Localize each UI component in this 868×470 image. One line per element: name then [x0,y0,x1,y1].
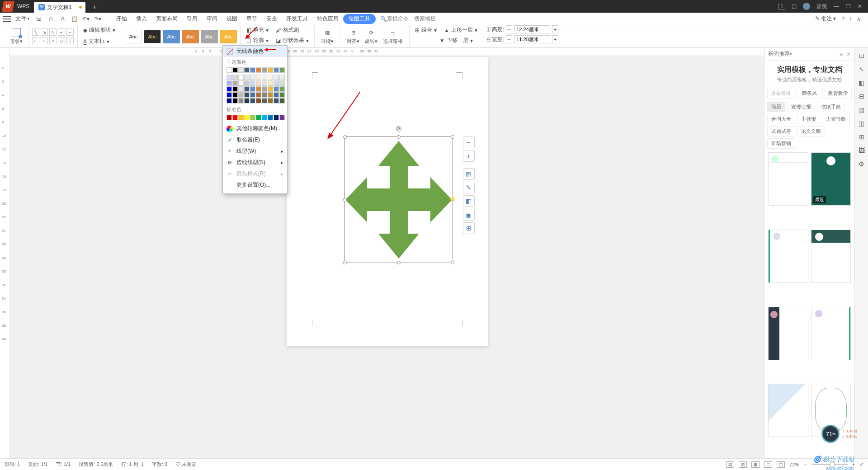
qa-undo-icon[interactable]: ↶▾ [80,16,92,22]
view-web-icon[interactable]: ▦ [751,461,760,468]
qa-print-preview-icon[interactable]: ⎙ [45,16,57,22]
shape-effect-button[interactable]: ◪ 形状效果▾ [274,36,311,45]
menu-安全[interactable]: 安全 [262,13,282,25]
template-thumb[interactable] [768,384,808,437]
more-settings-item[interactable]: 更多设置(O)... [223,179,287,191]
command-search[interactable]: 🔍 查找命令、搜索模板 [380,15,436,23]
speed-ring-icon[interactable]: 71% [821,425,840,443]
menu-绘图工具[interactable]: 绘图工具 [343,14,376,24]
rotate-handle[interactable] [396,126,401,132]
side-icon[interactable]: ⊡ [858,52,866,60]
zoom-out-button[interactable]: − [804,462,807,467]
float-zoomin-button[interactable]: + [463,150,475,162]
side-gear-icon[interactable]: ⚙ [858,160,866,168]
view-outline-icon[interactable]: ▥ [739,461,747,468]
template-thumb[interactable] [811,307,851,360]
panel-tag[interactable]: 宣传海报 [787,102,815,112]
theme-color-row[interactable] [223,66,287,74]
float-layer-button[interactable]: ▣ [463,209,475,221]
wrap-button[interactable]: ▦环绕▾ [318,28,336,45]
height-input[interactable]: ⍐高度:−+ [487,25,558,33]
user-avatar-icon[interactable] [803,3,810,10]
menu-章节[interactable]: 章节 [242,13,262,25]
template-thumbs[interactable]: 最近 求职简历 [764,152,854,458]
panel-tag[interactable]: 市场营销 [767,138,795,149]
panel-tab[interactable]: 教育教学 [825,88,852,99]
shape-button[interactable]: 形状▾ [8,28,24,45]
side-icon[interactable]: 🖼 [858,146,866,155]
menu-插入[interactable]: 插入 [132,13,151,25]
line-style-item[interactable]: ≡线型(W)▸ [223,146,287,157]
outline-button[interactable]: ☐ 轮廓▾ [245,36,270,45]
panel-tag[interactable]: 简历 [767,102,785,112]
template-thumb[interactable] [811,230,851,283]
panel-menu-icon[interactable]: ≡ [840,51,843,57]
file-menu[interactable]: 文件▾ [15,15,29,23]
panel-tag[interactable]: 人资行政 [822,114,850,124]
selection-pane-button[interactable]: ☰选择窗格 [380,28,406,45]
qa-save-icon[interactable]: 🖫 [33,16,45,22]
panel-tag[interactable]: 合同大全 [767,114,795,124]
annotate-button[interactable]: ✎ 批注 ▾ [815,15,836,23]
standard-color-row[interactable] [223,114,287,121]
no-line-color-item[interactable]: 无线条颜色 [223,46,287,57]
side-icon[interactable]: ⊟ [858,92,866,100]
qa-paste-icon[interactable]: 📋 [68,16,80,22]
bring-forward-button[interactable]: ▲ 上移一层▾ [442,25,479,35]
eyedropper-item[interactable]: 💉取色器(E) [223,134,287,146]
hamburger-icon[interactable] [3,16,11,22]
shape-gallery[interactable]: ╲↘∿⌐⌐ ⌐⟍○◇{ [32,28,74,44]
minimize-button[interactable]: — [834,3,839,9]
float-edit-button[interactable]: ✎ [463,182,475,193]
format-painter-button[interactable]: 🖌 格式刷 [274,25,301,35]
rotate-button[interactable]: ⟳旋转▾ [362,28,380,45]
cube-icon[interactable]: ◫ [792,3,797,9]
side-cursor-icon[interactable]: ↖ [858,65,866,73]
view-focus-icon[interactable]: ◫ [777,461,785,468]
panel-close-icon[interactable]: ✕ [846,51,851,57]
new-tab-button[interactable]: + [88,2,101,13]
zoom-slider[interactable] [811,464,848,465]
close-button[interactable]: ✕ [857,3,863,9]
qa-redo-icon[interactable]: ↷▾ [92,16,104,22]
side-icon[interactable]: ◫ [858,119,866,127]
send-backward-button[interactable]: ▼ 下移一层▾ [438,36,475,45]
sb-chars[interactable]: 字数: 0 [152,461,167,468]
adjust-handle[interactable] [450,197,455,202]
width-input[interactable]: ⍇宽度:−+ [487,35,558,43]
align-button[interactable]: ⊟对齐▾ [344,28,362,45]
template-thumb[interactable] [768,230,808,283]
textbox-button[interactable]: A̲ 文本框▾ [81,37,111,46]
view-page-icon[interactable]: ▤ [726,461,734,468]
panel-tag[interactable]: 试题试卷 [767,126,795,136]
sb-page[interactable]: 页码: 1 [5,461,20,468]
arrow-shape-selection[interactable]: − + ▦ ✎ ◧ ▣ ⊞ [344,136,453,263]
sb-review[interactable]: 🛡 未验证 [175,461,197,468]
more-colors-item[interactable]: 其他轮廓颜色(M)... [223,123,287,134]
panel-tag[interactable]: 信纸手账 [817,102,845,112]
edit-shape-button[interactable]: ◆ 编辑形状▾ [81,25,117,35]
dash-style-item[interactable]: ⊟虚线线型(S)▸ [223,157,287,168]
side-icon[interactable]: ▦ [858,106,866,114]
menu-视图[interactable]: 视图 [222,13,242,25]
float-wrap-button[interactable]: ▦ [463,168,475,180]
template-thumb[interactable]: 最近 [811,152,851,206]
float-more-button[interactable]: ⊞ [463,222,475,234]
style-presets[interactable]: Abc Abc Abc Abc Abc Abc [125,30,237,43]
help-icon[interactable]: ? [841,16,844,22]
menu-引用[interactable]: 引用 [182,13,202,25]
fullscreen-icon[interactable]: ⤢ [859,461,863,467]
menu-页面布局[interactable]: 页面布局 [151,13,182,25]
float-zoomout-button[interactable]: − [463,136,475,148]
notif-badge[interactable]: 1 [778,3,785,10]
panel-tag[interactable]: 论文文献 [797,126,825,136]
ribbon-expand-icon[interactable]: ∧ [857,16,861,22]
ribbon-min-icon[interactable]: ∶ [850,16,851,22]
menu-开发工具[interactable]: 开发工具 [282,13,312,25]
panel-tag[interactable]: 手抄报 [797,114,820,124]
sb-section[interactable]: 节: 1/1 [56,461,71,468]
view-read-icon[interactable]: □ [764,461,772,468]
panel-tab[interactable]: 搜索模板 [767,88,794,99]
side-icon[interactable]: ⊞ [858,133,866,141]
template-thumb[interactable] [768,152,808,206]
